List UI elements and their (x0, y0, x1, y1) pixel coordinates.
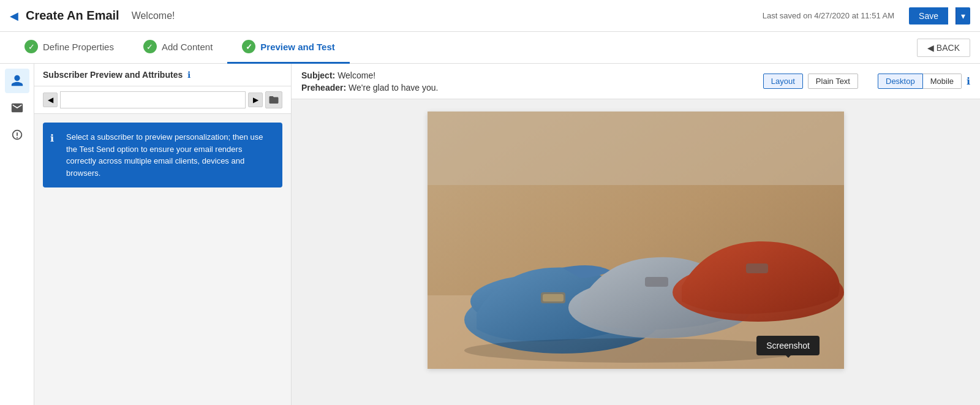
info-box-icon: ℹ (50, 131, 54, 146)
back-button[interactable]: ◀ BACK (917, 39, 970, 57)
page-title: Create An Email (26, 9, 119, 23)
step-preview-label: Preview and Test (260, 42, 334, 52)
main-layout: Subscriber Preview and Attributes ℹ ◀ ▶ … (0, 64, 980, 405)
subject-label: Subject: (301, 70, 335, 80)
email-preview-header: Subject: Welcome! Preheader: We're glad … (292, 64, 980, 99)
step-define-properties[interactable]: ✓ Define Properties (10, 32, 129, 64)
left-panel: Subscriber Preview and Attributes ℹ ◀ ▶ … (34, 64, 292, 405)
step-content-label: Add Content (162, 42, 213, 52)
email-preview-area: Screenshot (292, 99, 980, 405)
personalization-info-box: ℹ Select a subscriber to preview persona… (43, 123, 282, 187)
screenshot-tooltip[interactable]: Screenshot (756, 336, 820, 355)
step-define-label: Define Properties (43, 42, 114, 52)
sidebar-icons (0, 64, 34, 405)
svg-rect-9 (645, 277, 668, 287)
svg-rect-1 (428, 112, 844, 185)
svg-rect-10 (746, 263, 768, 273)
mobile-view-button[interactable]: Mobile (923, 74, 962, 89)
subscriber-panel-title: Subscriber Preview and Attributes (43, 70, 183, 80)
email-preview-container: Screenshot (428, 112, 844, 369)
back-arrow[interactable]: ◀ (10, 9, 18, 23)
sidebar-email-icon[interactable] (5, 96, 29, 120)
step-define-icon: ✓ (24, 40, 38, 53)
right-panel: Subject: Welcome! Preheader: We're glad … (292, 64, 980, 405)
last-saved-text: Last saved on 4/27/2020 at 11:51 AM (763, 11, 894, 20)
desktop-mobile-toggle: Desktop Mobile (878, 74, 962, 89)
left-panel-header: Subscriber Preview and Attributes ℹ (34, 64, 291, 86)
email-hero-image: Screenshot (428, 112, 844, 369)
save-button[interactable]: Save (909, 7, 948, 25)
preheader-line: Preheader: We're glad to have you. (301, 83, 438, 93)
subject-line: Subject: Welcome! (301, 70, 438, 80)
page-subtitle: Welcome! (132, 10, 175, 21)
svg-rect-8 (543, 294, 564, 301)
view-controls: Layout Plain Text Desktop Mobile ℹ (763, 74, 970, 89)
sidebar-subscriber-icon[interactable] (5, 69, 29, 93)
save-dropdown-button[interactable]: ▾ (956, 7, 970, 25)
step-preview-test[interactable]: ✓ Preview and Test (227, 32, 349, 64)
sidebar-palette-icon[interactable] (5, 123, 29, 147)
panel-info-icon[interactable]: ℹ (187, 70, 190, 80)
preview-info-icon[interactable]: ℹ (967, 75, 970, 87)
info-box-text: Select a subscriber to preview personali… (66, 132, 263, 178)
subscriber-prev-button[interactable]: ◀ (43, 93, 58, 107)
preheader-label: Preheader: (301, 83, 346, 93)
app-header: ◀ Create An Email Welcome! Last saved on… (0, 0, 980, 32)
preheader-value: We're glad to have you. (349, 83, 438, 93)
step-preview-icon: ✓ (242, 40, 255, 53)
subscriber-nav: ◀ ▶ (34, 86, 291, 114)
subject-preheader-block: Subject: Welcome! Preheader: We're glad … (301, 70, 438, 93)
step-add-content[interactable]: ✓ Add Content (129, 32, 227, 64)
step-content-icon: ✓ (143, 40, 157, 53)
layout-view-button[interactable]: Layout (763, 74, 803, 89)
subject-value: Welcome! (337, 70, 375, 80)
subscriber-folder-button[interactable] (265, 91, 282, 108)
subscriber-search-input[interactable] (60, 91, 246, 108)
desktop-view-button[interactable]: Desktop (878, 74, 923, 89)
plain-text-view-button[interactable]: Plain Text (808, 74, 858, 89)
subscriber-next-button[interactable]: ▶ (248, 93, 263, 107)
step-nav-bar: ✓ Define Properties ✓ Add Content ✓ Prev… (0, 32, 980, 64)
svg-point-11 (464, 338, 807, 363)
